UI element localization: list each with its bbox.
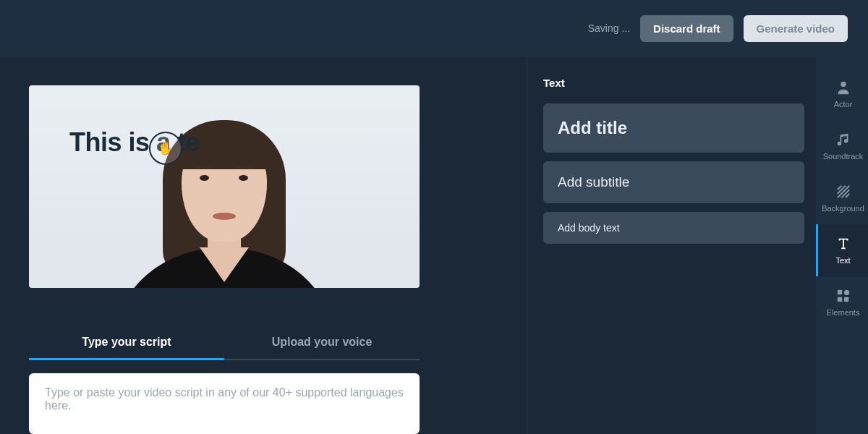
svg-rect-3	[837, 297, 841, 302]
texture-icon	[835, 184, 851, 200]
svg-rect-1	[837, 290, 841, 294]
main-workspace: This is a te ✋ Type your script Upload y…	[0, 56, 868, 434]
panel-heading: Text	[543, 77, 804, 89]
shapes-icon	[835, 288, 851, 304]
svg-point-0	[841, 82, 846, 87]
person-icon	[835, 80, 851, 95]
script-textarea[interactable]	[45, 386, 404, 421]
add-title-button[interactable]: Add title	[543, 103, 804, 153]
tool-text[interactable]: Text	[816, 224, 868, 276]
generate-video-button[interactable]: Generate video	[744, 15, 848, 42]
text-panel: Text Add title Add subtitle Add body tex…	[527, 56, 816, 434]
tool-elements[interactable]: Elements	[816, 276, 868, 328]
add-subtitle-button[interactable]: Add subtitle	[543, 161, 804, 203]
script-input-container	[29, 373, 420, 434]
saving-status: Saving ...	[588, 22, 630, 34]
tool-sidebar: Actor Soundtrack Background Text Element…	[816, 56, 868, 434]
discard-draft-button[interactable]: Discard draft	[640, 15, 733, 42]
text-icon	[835, 236, 851, 252]
tool-label: Elements	[827, 308, 860, 317]
grab-cursor-icon: ✋	[149, 132, 182, 165]
svg-rect-4	[843, 297, 848, 302]
tool-label: Background	[822, 204, 864, 213]
tool-background[interactable]: Background	[816, 172, 868, 224]
video-canvas[interactable]: This is a te ✋	[29, 85, 420, 288]
music-note-icon	[835, 132, 851, 148]
top-bar: Saving ... Discard draft Generate video	[0, 0, 868, 56]
tool-soundtrack[interactable]: Soundtrack	[816, 120, 868, 172]
editor-column: This is a te ✋ Type your script Upload y…	[0, 56, 527, 434]
tool-label: Soundtrack	[823, 152, 864, 161]
tab-type-script[interactable]: Type your script	[29, 327, 224, 359]
tab-upload-voice[interactable]: Upload your voice	[224, 327, 420, 359]
tool-actor[interactable]: Actor	[816, 68, 868, 120]
tool-label: Actor	[834, 100, 853, 109]
add-body-text-button[interactable]: Add body text	[543, 212, 804, 244]
svg-point-2	[843, 290, 848, 295]
tool-label: Text	[835, 256, 850, 265]
script-tabs: Type your script Upload your voice	[29, 327, 420, 360]
